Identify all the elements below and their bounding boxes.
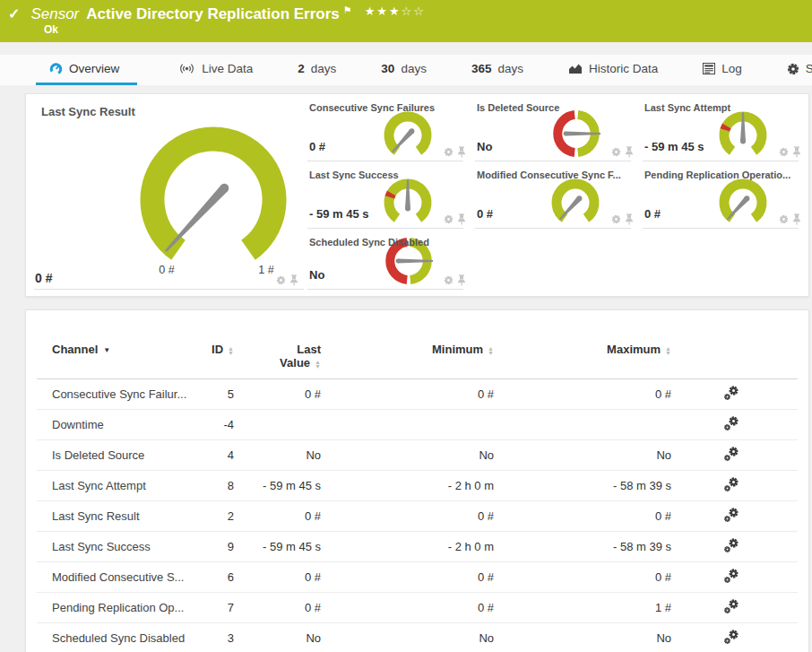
cell-minimum: No: [321, 448, 494, 462]
channel-settings-icon[interactable]: [723, 599, 739, 614]
gauge-tile-modified-consecutive-sync-f: Modified Consecutive Sync F...0 #: [473, 161, 641, 229]
broadcast-icon: [178, 63, 195, 74]
tab-live-data[interactable]: Live Data: [175, 55, 256, 85]
tab-settings[interactable]: Settings: [783, 55, 812, 85]
tab-historic-data[interactable]: Historic Data: [565, 55, 661, 85]
gauge-tile-scheduled-sync-disabled: Scheduled Sync DisabledNo: [306, 229, 473, 290]
cell-settings: [671, 416, 790, 434]
divider: [643, 228, 799, 229]
table-row-is-deleted-source: Is Deleted Source4NoNoNo: [37, 440, 798, 471]
channel-settings-icon[interactable]: [723, 477, 739, 492]
area-chart-icon: [568, 63, 583, 74]
cell-minimum: - 2 h 0 m: [321, 540, 494, 553]
gear-icon[interactable]: [611, 214, 621, 224]
tab-bar: OverviewLive Data2days30days365daysHisto…: [0, 55, 812, 85]
tab-365-days[interactable]: 365days: [468, 55, 527, 85]
divider: [34, 289, 304, 290]
cell-minimum: 0 #: [321, 570, 494, 584]
column-header-id[interactable]: ID: [191, 343, 234, 369]
cell-channel: Last Sync Success: [52, 540, 191, 553]
cell-channel: Last Sync Result: [52, 509, 191, 523]
cell-settings: [671, 508, 790, 526]
gear-icon[interactable]: [276, 275, 286, 285]
table-row-last-sync-attempt: Last Sync Attempt8- 59 m 45 s- 2 h 0 m- …: [37, 471, 798, 501]
sensor-type-label: Sensor: [30, 4, 79, 24]
gauges-panel: Last Sync Result 0 # 1 # 0 # Consecutive…: [25, 93, 809, 297]
column-header-minimum[interactable]: Minimum: [321, 343, 494, 369]
gauge-title: Last Sync Attempt: [644, 102, 730, 113]
cell-channel: Downtime: [52, 418, 191, 431]
cell-channel: Is Deleted Source: [52, 448, 191, 462]
flag-icon[interactable]: ⚑: [343, 4, 352, 15]
tab-log[interactable]: Log: [699, 55, 746, 85]
cell-last-value: - 59 m 45 s: [234, 540, 321, 553]
column-header-settings: [671, 343, 790, 369]
cell-id: 9: [191, 540, 234, 553]
cell-minimum: No: [321, 631, 494, 645]
gauge-tile-last-sync-result: Last Sync Result 0 # 1 # 0 #: [26, 94, 306, 290]
tab-label: days: [401, 62, 427, 75]
cell-last-value: 0 #: [234, 570, 321, 584]
cell-settings: [671, 569, 790, 587]
gear-icon[interactable]: [444, 147, 454, 157]
tab-label: Historic Data: [589, 62, 658, 75]
table-row-consecutive-sync-failur: Consecutive Sync Failur...50 #0 #0 #: [37, 379, 798, 410]
sort-icon: [665, 347, 671, 355]
channel-settings-icon[interactable]: [723, 538, 739, 553]
pin-icon[interactable]: [457, 146, 466, 158]
pin-icon[interactable]: [289, 274, 298, 286]
tab-2-days[interactable]: 2days: [294, 55, 340, 85]
gauge-tile-pending-replication-operatio: Pending Replication Operatio...0 #: [641, 161, 808, 229]
log-icon: [703, 63, 715, 74]
gauge-tiles: Consecutive Sync Failures0 #Is Deleted S…: [306, 94, 809, 296]
pin-icon[interactable]: [625, 146, 634, 158]
channels-panel: Channel ID Last Value Minimum Maximum Co…: [25, 309, 809, 652]
gear-icon[interactable]: [611, 147, 621, 157]
gauge-title: Pending Replication Operatio...: [644, 170, 790, 180]
cell-channel: Last Sync Attempt: [52, 479, 191, 492]
gauge-value: - 59 m 45 s: [309, 207, 369, 221]
tab-label: Log: [721, 62, 742, 75]
cell-maximum: 0 #: [494, 509, 671, 523]
tab-label: days: [497, 62, 523, 75]
channel-settings-icon[interactable]: [723, 447, 739, 462]
channel-settings-icon[interactable]: [723, 386, 739, 401]
pin-icon[interactable]: [457, 274, 466, 286]
pin-icon[interactable]: [457, 213, 466, 225]
gauge-chart: [547, 107, 606, 168]
column-header-last-value[interactable]: Last Value: [234, 343, 321, 369]
column-header-maximum[interactable]: Maximum: [494, 343, 671, 369]
gauge-title: Is Deleted Source: [477, 102, 559, 113]
pin-icon[interactable]: [625, 213, 634, 225]
status-check-icon: ✓: [8, 4, 20, 24]
channel-settings-icon[interactable]: [723, 416, 739, 431]
tab-overview[interactable]: Overview: [36, 55, 137, 85]
cell-minimum: 0 #: [321, 601, 494, 614]
gear-icon[interactable]: [779, 214, 789, 224]
pin-icon[interactable]: [792, 146, 801, 158]
cell-channel: Scheduled Sync Disabled: [52, 631, 191, 645]
channel-settings-icon[interactable]: [723, 508, 739, 523]
pin-icon[interactable]: [792, 213, 801, 225]
gear-icon[interactable]: [444, 214, 454, 224]
channel-settings-icon[interactable]: [723, 630, 739, 645]
gauge-tile-last-sync-attempt: Last Sync Attempt- 59 m 45 s: [641, 94, 808, 161]
cell-maximum: No: [494, 631, 671, 645]
gear-icon[interactable]: [779, 147, 789, 157]
gauge-value: - 59 m 45 s: [644, 140, 704, 153]
column-header-label: Last: [234, 343, 321, 356]
cell-last-value: 0 #: [234, 387, 321, 401]
table-row-last-sync-success: Last Sync Success9- 59 m 45 s- 2 h 0 m- …: [37, 532, 798, 562]
gauge-title: Scheduled Sync Disabled: [309, 237, 429, 248]
column-header-channel[interactable]: Channel: [52, 343, 191, 369]
gear-icon[interactable]: [444, 275, 454, 285]
table-row-pending-replication-op: Pending Replication Op...70 #0 #1 #: [37, 593, 798, 623]
tab-label: Settings: [806, 62, 812, 75]
cell-id: 2: [191, 509, 234, 523]
tab-30-days[interactable]: 30days: [377, 55, 430, 85]
tab-strip: OverviewLive Data2days30days365daysHisto…: [0, 55, 812, 85]
priority-stars[interactable]: ★★★☆☆: [365, 4, 426, 19]
column-header-label: Value: [280, 356, 310, 369]
gauge-value: 0 #: [477, 207, 493, 221]
channel-settings-icon[interactable]: [723, 569, 739, 584]
